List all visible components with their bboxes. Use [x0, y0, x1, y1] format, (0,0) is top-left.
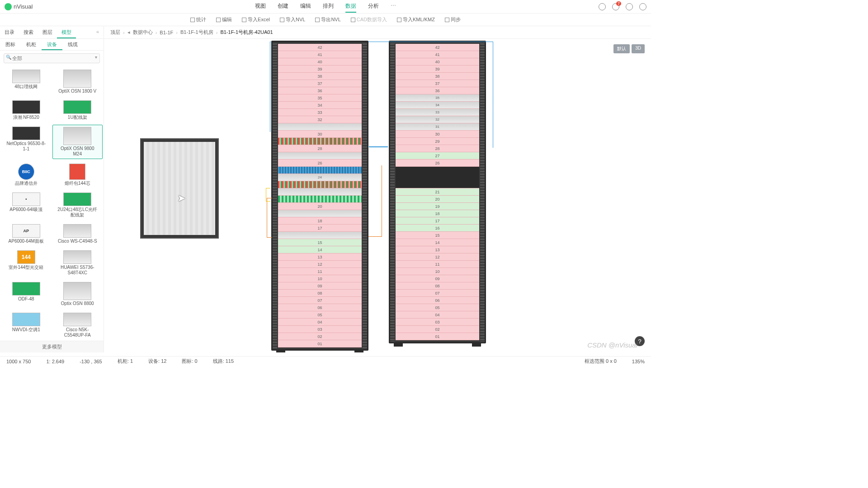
import-nvl-button[interactable]: 导入NVL	[280, 16, 305, 23]
model-item[interactable]: 浪潮 NF8520	[1, 99, 52, 122]
search-input[interactable]	[4, 53, 100, 63]
help-icon[interactable]	[626, 3, 633, 10]
menu-视图[interactable]: 视图	[255, 0, 266, 13]
rack-unit-empty[interactable]: 08	[396, 282, 479, 290]
rack-unit-device[interactable]	[278, 152, 362, 160]
rack-unit-empty[interactable]: 26	[278, 160, 362, 167]
canvas[interactable]: 默认 3D ➤ 42414039383736353433323028262420…	[104, 39, 651, 352]
model-item[interactable]: Cisco N5K-C5548UP-FA	[52, 311, 103, 340]
rack-unit-device[interactable]	[278, 123, 362, 131]
notifications-icon[interactable]: 7	[612, 3, 619, 10]
rack-unit-empty[interactable]: 18	[278, 217, 362, 225]
sidebar-subtab-2[interactable]: 设备	[42, 39, 62, 50]
model-item[interactable]: OptiX OSN 1800 V	[52, 68, 103, 96]
menu-编辑[interactable]: 编辑	[300, 0, 311, 13]
rack-unit-empty[interactable]: 38	[396, 73, 479, 80]
rack-unit-device[interactable]: 35	[396, 94, 479, 102]
rack-unit-empty[interactable]: 06	[278, 304, 362, 311]
rack-unit-empty[interactable]: 15	[278, 239, 362, 246]
menu-创建[interactable]: 创建	[278, 0, 288, 13]
rack-unit-empty[interactable]: 42	[396, 44, 479, 51]
rack-unit-device[interactable]	[278, 210, 362, 217]
model-item[interactable]: Cisco WS-C4948-S	[52, 222, 103, 246]
breadcrumb-back-icon[interactable]: ◂	[127, 29, 130, 35]
rack-unit-empty[interactable]: 10	[278, 275, 362, 282]
model-item[interactable]: 1U配线架	[52, 99, 103, 122]
rack-unit-device[interactable]: 31	[396, 123, 479, 131]
rack-unit-empty[interactable]: 36	[278, 87, 362, 94]
model-item[interactable]: NWVDI-空调1	[1, 311, 52, 340]
rack-unit-empty[interactable]: 30	[396, 131, 479, 138]
rack-unit-empty[interactable]: 03	[396, 319, 479, 326]
rack-unit-empty[interactable]: 14	[396, 239, 479, 246]
rack-b[interactable]: 4241403938373635343332313029282726212019…	[389, 41, 486, 343]
sidebar-subtab-1[interactable]: 机柜	[21, 39, 42, 50]
search-icon[interactable]	[599, 3, 606, 10]
rack-unit-empty[interactable]: 39	[278, 66, 362, 73]
rack-unit-empty[interactable]: 20	[278, 203, 362, 210]
sync-button[interactable]: 同步	[445, 16, 461, 23]
menu-more[interactable]: ⋯	[391, 0, 396, 13]
model-item[interactable]: NetOptics 96530-8-1-1	[1, 125, 52, 159]
rack-unit-empty[interactable]: 02	[396, 326, 479, 333]
model-item[interactable]: APAP6000-64M面板	[1, 222, 52, 246]
rack-unit-empty[interactable]: 32	[278, 116, 362, 123]
breadcrumb-item[interactable]: B1-1F-1号机房-42UA01	[220, 29, 273, 36]
rack-unit-empty[interactable]: 07	[278, 297, 362, 304]
rack-unit-empty[interactable]: 13	[278, 253, 362, 261]
rack-unit-device[interactable]: 24	[278, 174, 362, 181]
rack-unit-empty[interactable]: 10	[396, 268, 479, 275]
rack-unit-empty[interactable]: 03	[278, 326, 362, 333]
breadcrumb-item[interactable]: B1-1F	[160, 30, 173, 35]
rack-unit-empty[interactable]: 07	[396, 290, 479, 297]
sidebar-tab-0[interactable]: 目录	[0, 26, 19, 38]
rack-unit-empty[interactable]: 15	[396, 232, 479, 239]
rack-unit-empty[interactable]: 01	[396, 333, 479, 340]
menu-分析[interactable]: 分析	[368, 0, 379, 13]
rack-unit-empty[interactable]: 19	[396, 203, 479, 210]
rack-unit-empty[interactable]: 16	[396, 225, 479, 232]
rack-unit-empty[interactable]: 40	[396, 58, 479, 66]
rack-unit-empty[interactable]: 37	[396, 80, 479, 87]
rack-unit-device[interactable]: 34	[396, 102, 479, 109]
model-item[interactable]: HUAWEI S5736-S48T4XC	[52, 249, 103, 277]
breadcrumb-item[interactable]: B1-1F-1号机房	[180, 29, 213, 36]
import-kml-button[interactable]: 导入KML/KMZ	[397, 16, 435, 23]
rack-unit-empty[interactable]: 05	[396, 304, 479, 311]
rack-unit-empty[interactable]: 28	[278, 145, 362, 152]
rack-unit-empty[interactable]: 05	[278, 311, 362, 319]
export-nvl-button[interactable]: 导出NVL	[315, 16, 340, 23]
rack-unit-device[interactable]	[396, 167, 479, 188]
rack-a[interactable]: 4241403938373635343332302826242018171514…	[271, 41, 368, 351]
model-item[interactable]: 2U24口48芯LC光纤配线架	[52, 191, 103, 220]
rack-unit-empty[interactable]: 12	[278, 261, 362, 268]
rack-unit-empty[interactable]: 37	[278, 80, 362, 87]
cad-import-button[interactable]: CAD数据导入	[351, 16, 387, 23]
user-icon[interactable]	[639, 3, 646, 10]
rack-unit-empty[interactable]: 40	[278, 58, 362, 66]
rack-unit-empty[interactable]: 30	[278, 131, 362, 138]
rack-unit-empty[interactable]: 29	[396, 138, 479, 145]
import-excel-button[interactable]: 导入Excel	[242, 16, 270, 23]
rack-unit-empty[interactable]: 13	[396, 246, 479, 253]
rack-unit-empty[interactable]: 34	[278, 102, 362, 109]
rack-unit-empty[interactable]: 11	[396, 261, 479, 268]
rack-unit-empty[interactable]: 28	[396, 145, 479, 152]
sidebar-tab-3[interactable]: 模型	[57, 26, 76, 38]
rack-unit-device[interactable]: 33	[396, 109, 479, 116]
rack-unit-empty[interactable]: 04	[396, 311, 479, 319]
breadcrumb-item[interactable]: 数据中心	[133, 29, 153, 36]
rack-unit-device[interactable]	[278, 167, 362, 174]
rack-unit-empty[interactable]: 11	[278, 268, 362, 275]
view-default-button[interactable]: 默认	[613, 44, 630, 53]
rack-unit-empty[interactable]: 27	[396, 152, 479, 160]
rack-unit-empty[interactable]: 41	[278, 51, 362, 58]
sidebar-tab-1[interactable]: 搜索	[19, 26, 38, 38]
rack-unit-device[interactable]	[278, 138, 362, 145]
rack-unit-empty[interactable]: 26	[396, 160, 479, 167]
rack-unit-empty[interactable]: 02	[278, 333, 362, 340]
sidebar-collapse-button[interactable]: «	[92, 26, 104, 38]
rack-unit-empty[interactable]: 09	[278, 282, 362, 290]
model-item[interactable]: •AP6000-64I吸顶	[1, 191, 52, 220]
rack-unit-device[interactable]	[278, 232, 362, 239]
